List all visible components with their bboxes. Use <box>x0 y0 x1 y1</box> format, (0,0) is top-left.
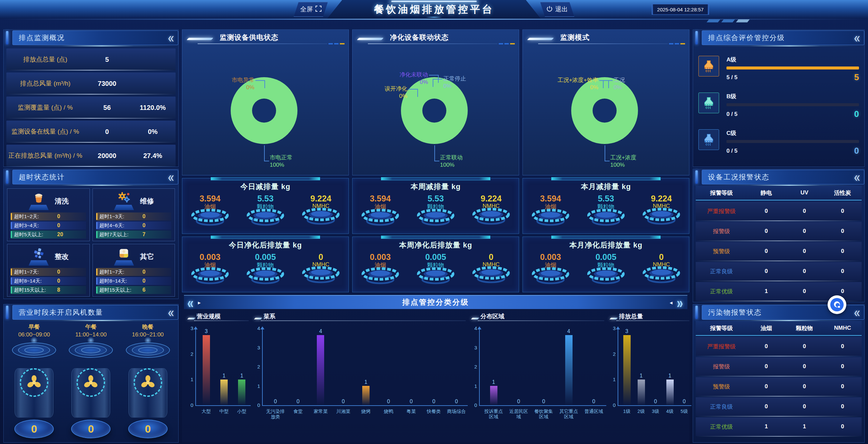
table-cell-value: 0 <box>747 248 785 255</box>
timeout-card-head: 其它 <box>96 246 172 267</box>
collapse-chevron-icon[interactable]: « <box>854 306 860 319</box>
table-header-cell: 报警等级 <box>696 324 747 332</box>
slice-name: 误开净化 <box>384 85 407 92</box>
assistant-floating-button[interactable] <box>828 295 846 314</box>
rating-progress-track <box>726 66 859 69</box>
bucket-icon <box>28 191 50 211</box>
slice-percent: 0% <box>384 92 407 100</box>
collapse-chevron-icon[interactable]: « <box>854 170 860 184</box>
double-paren-right-icon[interactable]: » <box>677 294 684 312</box>
table-cell-value: 0 <box>747 208 785 214</box>
rating-ratio: 5 / 5 <box>726 74 738 81</box>
table-cell-value: 0 <box>824 208 862 214</box>
timeout-stat-label: 超时8~14天: <box>99 278 143 284</box>
table-header-row: 报警等级静电UV活性炭 <box>696 186 862 201</box>
stat-color-tag <box>11 222 12 229</box>
metric-value: 3.594 <box>352 194 408 204</box>
table-cell-value: 1 <box>785 423 823 430</box>
emission-metric: 9.224NMHC <box>633 194 689 228</box>
bar-value-label: 1 <box>640 373 643 379</box>
y-tick-label: 2 <box>469 364 477 369</box>
slice-name: 工况+浓度+效率 <box>558 77 598 84</box>
emission-metric: 0.005颗粒物 <box>408 252 463 286</box>
x-labels: 投诉重点区域近居民区域餐饮聚集区域其它重点区域普通区域 <box>481 407 606 419</box>
donut-panel-title: 监测设备供电状态 <box>182 30 348 45</box>
collapse-chevron-icon[interactable]: « <box>854 31 860 45</box>
fullscreen-button[interactable]: 全屏 <box>294 2 328 17</box>
stat-color-tag <box>96 277 97 284</box>
emission-card-title: 本月净化后排放量 kg <box>523 240 689 250</box>
collapse-chevron-icon[interactable]: « <box>168 170 174 184</box>
panel-fans-off-title: 营业时段未开启风机数量 « <box>4 304 178 320</box>
play-left-icon[interactable]: ◂ <box>670 300 674 306</box>
bar-category-label: 小型 <box>233 407 251 414</box>
alarm-level-label: 严重报警级 <box>696 343 747 351</box>
emission-metric: 0NMHC <box>633 252 689 286</box>
y-tick-label: 4 <box>469 325 477 331</box>
timeout-stat-row: 超时5天以上:20 <box>11 231 86 239</box>
bar <box>490 386 497 405</box>
bar-slot: 0 <box>531 328 556 405</box>
bar-slot: 1 <box>215 328 233 405</box>
fan-cylinder <box>15 368 54 418</box>
overview-row-label: 排点总风量 (m³/h) <box>6 79 84 88</box>
y-tick-label: 0 <box>608 402 616 408</box>
collapse-chevron-icon[interactable]: « <box>168 306 174 319</box>
fullscreen-icon <box>315 6 321 13</box>
timeout-stat-row: 超时1~3天:0 <box>96 212 172 220</box>
ripple-decoration <box>125 342 171 359</box>
bar-category-label: 5级 <box>677 407 691 414</box>
timeout-stat-row: 超时1~2天:0 <box>11 212 86 220</box>
table-row: 报警级000 <box>696 222 862 240</box>
slice-percent: 0% <box>232 84 254 91</box>
bar-category-label: 快餐类 <box>422 407 445 419</box>
fan-icon <box>20 368 49 397</box>
pedestal-icon <box>578 210 633 228</box>
collapse-chevron-icon[interactable]: « <box>168 31 174 45</box>
panel-title-text: 排点综合评价管控分级 <box>708 33 785 42</box>
logout-label: 退出 <box>555 5 568 14</box>
table-row: 报警级000 <box>696 357 862 376</box>
timeout-card-head: 维修 <box>96 191 172 211</box>
table-row: 严重报警级000 <box>696 337 862 356</box>
bar-slot: 1 <box>354 328 377 405</box>
logout-button[interactable]: 退出 <box>540 2 574 17</box>
timeout-stat-label: 超时7天以上: <box>99 232 143 238</box>
donut-slice-label: 工况+浓度+效率0% <box>558 77 598 91</box>
x-axis <box>195 405 251 406</box>
bar-chart-body: 0123311大型中型小型 <box>185 320 252 433</box>
overview-row-percent: 27.4% <box>130 152 176 160</box>
donut-panel-title: 净化设备联动状态 <box>352 30 519 45</box>
timeout-stat-value: 8 <box>57 287 60 293</box>
datetime-display: 2025-08-04 12:28:57 <box>652 4 709 15</box>
plot-area: 004010000 <box>264 328 468 405</box>
bar-category-label: 1级 <box>620 407 634 414</box>
range-hood-icon <box>699 92 719 113</box>
table-cell-value: 0 <box>785 228 823 235</box>
y-axis <box>262 328 263 406</box>
stat-color-tag <box>11 277 12 284</box>
bar-category-label: 2级 <box>634 407 648 414</box>
timeout-stat-row: 超时15天以上:8 <box>11 286 86 294</box>
metric-value: 5.53 <box>238 194 293 204</box>
timeout-stat-row: 超时7天以上:7 <box>96 231 172 239</box>
y-tick-label: 0 <box>469 402 477 408</box>
meal-label: 早餐 <box>6 323 62 331</box>
bar <box>238 380 245 405</box>
play-right-icon[interactable]: ▸ <box>198 300 202 306</box>
metric-value: 0 <box>463 252 519 262</box>
emission-metric: 0.003油烟 <box>182 252 238 286</box>
donut-panel: 监测模式工况+浓度+效率0%工况0%工况+浓度100% <box>523 29 689 175</box>
bar-value-label: 3 <box>625 328 628 334</box>
rating-value: 0 <box>854 146 859 156</box>
timeout-card-head: 整改 <box>11 246 86 267</box>
overview-row-label: 监测覆盖量 (点) / % <box>6 103 84 112</box>
bar-category-label: 粤菜 <box>400 407 423 419</box>
bar-value-label: 0 <box>342 398 345 405</box>
pedestal-icon <box>578 269 633 286</box>
overview-row-value: 20000 <box>84 152 130 160</box>
emission-card: 今日减排量 kg3.594油烟5.53颗粒物9.224NMHC <box>182 178 349 234</box>
double-paren-left-icon[interactable]: « <box>187 294 195 312</box>
table-cell-value: 1 <box>747 423 785 430</box>
overview-row: 监测设备在线量 (点) / %00% <box>6 121 176 143</box>
